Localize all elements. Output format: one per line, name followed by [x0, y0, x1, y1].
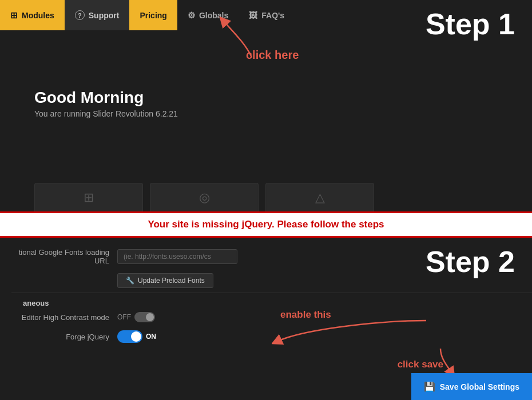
module-card-1[interactable]: ⊞: [34, 183, 143, 211]
greeting-area: Good Morning You are running Slider Revo…: [34, 89, 178, 118]
forge-jquery-on-label: ON: [146, 333, 156, 341]
alert-banner: Your site is missing jQuery. Please foll…: [0, 211, 532, 238]
support-icon: ?: [75, 10, 85, 20]
tab-faqs-label: FAQ's: [261, 11, 284, 20]
card1-icon: ⊞: [84, 190, 94, 205]
greeting-title: Good Morning: [34, 89, 178, 107]
save-global-settings-button[interactable]: 💾 Save Global Settings: [411, 373, 532, 400]
tab-support[interactable]: ? Support: [65, 0, 130, 30]
save-icon: 💾: [424, 381, 435, 392]
contrast-label: Editor High Contrast mode: [11, 313, 117, 322]
tab-pricing-label: Pricing: [140, 11, 166, 20]
contrast-toggle-off-label: OFF: [117, 313, 131, 321]
click-here-text: click here: [246, 49, 299, 62]
forge-jquery-label: Forge jQuery: [11, 333, 117, 341]
module-card-2[interactable]: ◎: [150, 183, 259, 211]
globals-icon: ⚙: [188, 10, 195, 21]
wrench-icon: 🔧: [126, 277, 134, 285]
tab-modules[interactable]: ⊞ Modules: [0, 0, 65, 30]
greeting-sub: You are running Slider Revolution 6.2.21: [34, 109, 178, 118]
save-btn-label: Save Global Settings: [440, 382, 519, 391]
contrast-toggle-track[interactable]: [134, 312, 155, 322]
update-preload-label: Update Preload Fonts: [138, 277, 205, 285]
forge-jquery-toggle-track[interactable]: [117, 330, 142, 343]
cards-row: ⊞ ◎ △: [34, 183, 374, 211]
step2-label: Step 2: [426, 245, 515, 279]
bottom-section: Step 2 tional Google Fonts loading URL 🔧…: [0, 238, 532, 400]
arrow3-svg: [423, 347, 458, 376]
card3-icon: △: [315, 190, 325, 205]
forge-jquery-toggle[interactable]: ON: [117, 330, 156, 343]
misc-label: aneous: [11, 299, 532, 307]
arrow2-svg: [272, 318, 438, 349]
contrast-toggle-thumb: [146, 313, 154, 321]
tab-pricing[interactable]: Pricing: [129, 0, 177, 30]
modules-icon: ⊞: [10, 10, 18, 21]
fonts-label: tional Google Fonts loading URL: [11, 248, 117, 265]
step1-label: Step 1: [426, 7, 515, 41]
tab-support-label: Support: [89, 11, 120, 20]
top-section: ⊞ Modules ? Support Pricing ⚙ Globals 🖼 …: [0, 0, 532, 211]
tab-modules-label: Modules: [22, 11, 54, 20]
contrast-toggle[interactable]: OFF: [117, 312, 155, 322]
card2-icon: ◎: [199, 190, 210, 205]
update-preload-btn[interactable]: 🔧 Update Preload Fonts: [117, 273, 213, 288]
forge-jquery-toggle-thumb: [131, 331, 141, 342]
fonts-input[interactable]: [117, 249, 237, 264]
module-card-3[interactable]: △: [265, 183, 374, 211]
alert-text: Your site is missing jQuery. Please foll…: [148, 219, 384, 230]
